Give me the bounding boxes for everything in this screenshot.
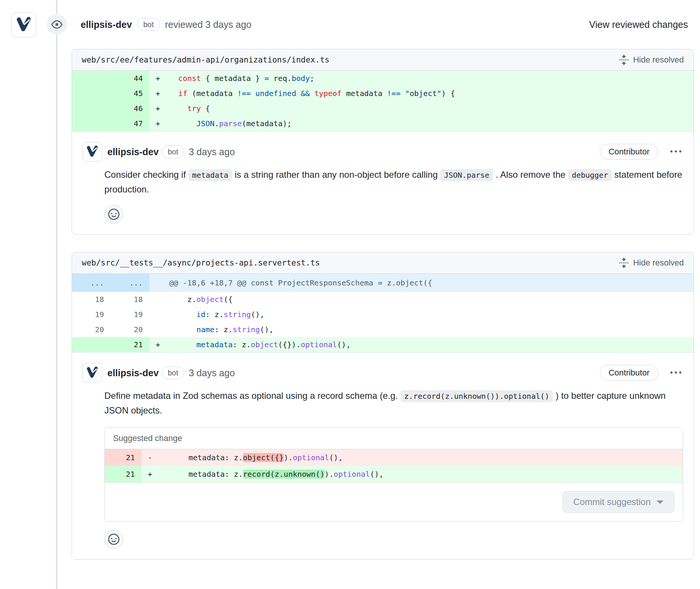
old-line-number (72, 71, 111, 86)
comment-body: Define metadata in Zod schemas as option… (104, 389, 683, 418)
suggestion-diff-table: 21- metadata: z.object({}).optional(),21… (105, 449, 683, 482)
code-line: + const { metadata } = req.body; (150, 71, 694, 86)
new-line-number: 19 (111, 307, 150, 322)
commit-suggestion-label: Commit suggestion (573, 497, 651, 507)
smiley-icon (108, 209, 119, 220)
kebab-menu-button[interactable] (669, 366, 683, 380)
comment-author[interactable]: ellipsis-dev (107, 146, 159, 157)
old-line-number: 19 (72, 307, 111, 322)
ellipsis-logo-icon (15, 16, 32, 34)
avatar[interactable] (11, 12, 36, 37)
hide-resolved-button[interactable]: Hide resolved (619, 55, 684, 65)
code-line: + try { (150, 101, 694, 116)
hide-resolved-button[interactable]: Hide resolved (619, 258, 684, 268)
new-line-number: 20 (111, 322, 150, 337)
hide-resolved-label: Hide resolved (633, 55, 684, 65)
hunk-header-text: @@ -18,6 +18,7 @@ const ProjectResponseS… (150, 274, 694, 292)
ellipsis-logo-icon (86, 145, 99, 159)
review-author[interactable]: ellipsis-dev (81, 19, 132, 30)
suggested-change-title: Suggested change (105, 428, 683, 449)
suggested-change-block: Suggested change 21- metadata: z.object(… (104, 427, 683, 522)
new-line-number: 18 (111, 292, 150, 307)
old-line-number: ... (72, 274, 111, 292)
inline-code: metadata (188, 169, 232, 181)
old-line-number (72, 116, 111, 131)
code-line: + metadata: z.object({}).optional(), (150, 337, 694, 352)
comment-author[interactable]: ellipsis-dev (107, 368, 159, 378)
add-reaction-button[interactable] (104, 530, 123, 549)
timeline-line (56, 0, 57, 589)
comment-header: ellipsis-dev bot 3 days ago Contributor (83, 363, 683, 383)
diff-code-row: 45+ if (metadata !== undefined && typeof… (72, 86, 694, 101)
review-comment: ellipsis-dev bot 3 days ago Contributor … (72, 131, 694, 234)
smiley-icon (108, 534, 119, 545)
suggestion-added-line: 21+ metadata: z.record(z.unknown()).opti… (105, 466, 683, 482)
commit-suggestion-button[interactable]: Commit suggestion (562, 491, 674, 513)
diff-hunk-row: ......@@ -18,6 +18,7 @@ const ProjectRes… (72, 274, 694, 292)
bot-badge: bot (162, 145, 184, 158)
comment-header: ellipsis-dev bot 3 days ago Contributor (83, 142, 683, 162)
review-thread-card: web/src/__tests__/async/projects-api.ser… (72, 252, 694, 560)
inline-code: JSON.parse (440, 169, 493, 181)
comment-timestamp[interactable]: 3 days ago (189, 146, 235, 157)
code-line: z.object({ (150, 292, 694, 307)
code-line: + JSON.parse(metadata); (150, 116, 694, 131)
file-header: web/src/ee/features/admin-api/organizati… (72, 49, 694, 71)
code-line: name: z.string(), (150, 322, 694, 337)
file-header: web/src/__tests__/async/projects-api.ser… (72, 252, 694, 274)
inline-code: z.record(z.unknown()).optional() (400, 390, 553, 402)
hide-resolved-label: Hide resolved (633, 258, 684, 268)
suggestion-footer: Commit suggestion (105, 482, 683, 521)
suggestion-line-number: 21 (105, 466, 142, 482)
suggestion-line-number: 21 (105, 449, 142, 466)
fold-icon (619, 258, 629, 268)
suggestion-code-line: - metadata: z.object({}).optional(), (142, 449, 683, 466)
file-path[interactable]: web/src/ee/features/admin-api/organizati… (82, 55, 329, 64)
diff-code-row: 21+ metadata: z.object({}).optional(), (72, 337, 694, 352)
review-header: ellipsis-dev bot reviewed 3 days ago Vie… (81, 18, 688, 31)
comment-body: Consider checking if metadata is a strin… (104, 168, 683, 197)
bot-badge: bot (137, 18, 160, 31)
new-line-number: 21 (111, 337, 150, 352)
old-line-number: 18 (72, 292, 111, 307)
contributor-badge: Contributor (600, 365, 658, 381)
diff-code-row: 47+ JSON.parse(metadata); (72, 116, 694, 131)
new-line-number: 47 (111, 116, 150, 131)
view-reviewed-changes-link[interactable]: View reviewed changes (589, 19, 688, 30)
file-path[interactable]: web/src/__tests__/async/projects-api.ser… (82, 258, 320, 267)
code-line: id: z.string(), (150, 307, 694, 322)
ellipsis-logo-icon (86, 366, 99, 380)
triangle-down-icon (657, 500, 663, 507)
diff-code-row: 2020 name: z.string(), (72, 322, 694, 337)
contributor-badge: Contributor (600, 144, 658, 160)
old-line-number (72, 101, 111, 116)
review-thread-card: web/src/ee/features/admin-api/organizati… (72, 49, 694, 235)
fold-icon (619, 55, 629, 65)
review-action-text: reviewed 3 days ago (165, 19, 251, 30)
kebab-menu-button[interactable] (669, 145, 683, 159)
new-line-number: ... (111, 274, 150, 292)
suggestion-deleted-line: 21- metadata: z.object({}).optional(), (105, 449, 683, 466)
code-line: + if (metadata !== undefined && typeof m… (150, 86, 694, 101)
comment-timestamp[interactable]: 3 days ago (189, 368, 235, 378)
diff-code-row: 46+ try { (72, 101, 694, 116)
new-line-number: 46 (111, 101, 150, 116)
old-line-number (72, 86, 111, 101)
avatar[interactable] (83, 142, 102, 162)
review-comment: ellipsis-dev bot 3 days ago Contributor … (72, 352, 694, 559)
diff-code-row: 1919 id: z.string(), (72, 307, 694, 322)
review-threads: web/src/ee/features/admin-api/organizati… (72, 49, 694, 560)
old-line-number (72, 337, 111, 352)
old-line-number: 20 (72, 322, 111, 337)
eye-icon (47, 14, 67, 35)
bot-badge: bot (162, 366, 184, 379)
avatar[interactable] (83, 363, 102, 383)
diff-table: ......@@ -18,6 +18,7 @@ const ProjectRes… (72, 274, 694, 352)
inline-code: debugger (568, 169, 612, 181)
suggestion-code-line: + metadata: z.record(z.unknown()).option… (142, 466, 683, 482)
add-reaction-button[interactable] (104, 205, 123, 224)
diff-code-row: 1818 z.object({ (72, 292, 694, 307)
diff-code-row: 44+ const { metadata } = req.body; (72, 71, 694, 86)
new-line-number: 45 (111, 86, 150, 101)
new-line-number: 44 (111, 71, 150, 86)
